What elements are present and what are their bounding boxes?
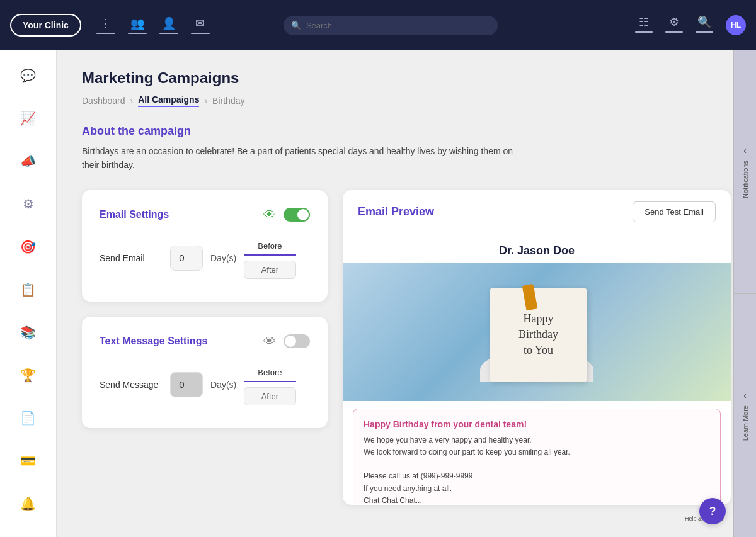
breadcrumb-birthday[interactable]: Birthday [212, 96, 244, 106]
email-preview-panel: Email Preview Send Test Email Dr. Jason … [343, 190, 731, 505]
breadcrumb-dashboard[interactable]: Dashboard [82, 96, 125, 106]
search-right-icon[interactable]: 🔍 [696, 15, 713, 35]
email-settings-title: Email Settings [100, 209, 169, 220]
message-line-5: If you need anything at all. [364, 484, 452, 493]
email-toggle[interactable] [284, 208, 310, 222]
text-toggle[interactable] [284, 334, 310, 348]
email-before-button[interactable]: Before [244, 237, 295, 256]
list-icon[interactable]: ☷ [635, 15, 653, 35]
sidebar-icon-chart[interactable]: 📈 [16, 106, 41, 131]
sidebar-icon-trophy[interactable]: 🏆 [16, 363, 41, 388]
search-icon: 🔍 [291, 21, 301, 30]
sidebar-icon-target[interactable]: 🎯 [16, 234, 41, 259]
right-nav-icons: ☷ ⚙ 🔍 HL [635, 15, 746, 35]
sidebar-icon-credit[interactable]: 💳 [16, 448, 41, 473]
sidebar-icon-megaphone[interactable]: 📣 [16, 149, 41, 174]
email-days-label: Day(s) [210, 253, 236, 263]
text-after-button[interactable]: After [244, 387, 295, 405]
preview-message-body: We hope you have a very happy and health… [364, 434, 710, 505]
sidebar-icon-facebook[interactable]: 📚 [16, 320, 41, 345]
send-test-email-button[interactable]: Send Test Email [633, 201, 716, 222]
text-visibility-icon[interactable]: 👁 [263, 334, 276, 349]
email-settings-header: Email Settings 👁 [100, 208, 310, 222]
sidebar: 💬 📈 📣 ⚙ 🎯 📋 📚 🏆 📄 💳 🔔 [0, 50, 57, 537]
sidebar-icon-card[interactable]: 📄 [16, 405, 41, 431]
learn-more-label: Learn More [742, 405, 749, 441]
gear-icon[interactable]: ⚙ [665, 15, 683, 35]
email-send-label: Send Email [100, 253, 163, 263]
message-line-1: We hope you have a very happy and health… [364, 436, 532, 444]
message-line-6: Chat Chat Chat... [364, 496, 422, 505]
nav-icon-grid[interactable]: ⋮ [96, 16, 115, 34]
campaign-section-title: About the campaign [82, 125, 731, 138]
text-toggle-knob [285, 336, 296, 347]
text-send-row: Send Message Day(s) Before After [100, 364, 310, 405]
page-title: Marketing Campaigns [82, 69, 731, 87]
notifications-panel[interactable]: ‹ Notifications [733, 50, 756, 293]
doctor-name: Dr. Jason Doe [343, 234, 731, 263]
text-send-label: Send Message [100, 380, 163, 390]
email-settings-icons: 👁 [263, 208, 310, 222]
nav-icon-mail[interactable]: ✉ [191, 16, 210, 34]
text-before-after: Before After [244, 364, 295, 405]
learn-more-chevron-icon: ‹ [743, 390, 747, 400]
breadcrumb: Dashboard › All Campaigns › Birthday [82, 94, 731, 107]
email-settings-card: Email Settings 👁 Send Email Day(s) [82, 190, 328, 302]
nav-icon-contact[interactable]: 👤 [159, 16, 178, 34]
email-send-row: Send Email Day(s) Before After [100, 237, 310, 279]
layout: 💬 📈 📣 ⚙ 🎯 📋 📚 🏆 📄 💳 🔔 Marketing Campaign… [0, 50, 756, 537]
preview-title: Email Preview [358, 205, 434, 218]
preview-header: Email Preview Send Test Email [343, 190, 731, 234]
sidebar-icon-clipboard[interactable]: 📋 [16, 277, 41, 302]
text-settings-icons: 👁 [263, 334, 310, 349]
email-day-input[interactable] [170, 246, 203, 271]
preview-message-title: Happy Birthday from your dental team! [364, 419, 710, 429]
preview-body: Dr. Jason Doe HappyBirthdayto You [343, 234, 731, 505]
text-settings-card: Text Message Settings 👁 Send Message Day… [82, 317, 328, 428]
main-content: Marketing Campaigns Dashboard › All Camp… [57, 50, 756, 537]
help-section: ? Help & Support [685, 513, 723, 522]
sidebar-icon-chat[interactable]: 💬 [16, 63, 41, 88]
notifications-label: Notifications [742, 161, 749, 198]
card-paper: HappyBirthdayto You [490, 288, 587, 382]
email-toggle-knob [297, 209, 309, 220]
learn-more-panel[interactable]: ‹ Learn More [733, 293, 756, 537]
nav-icon-users[interactable]: 👥 [128, 16, 147, 34]
left-column: Email Settings 👁 Send Email Day(s) [82, 190, 328, 505]
preview-message-box: Happy Birthday from your dental team! We… [353, 409, 721, 505]
sidebar-icon-settings[interactable]: ⚙ [16, 191, 41, 217]
birthday-card-visual: HappyBirthdayto You [480, 281, 593, 382]
nav-icon-group: ⋮ 👥 👤 ✉ [96, 16, 210, 34]
text-settings-header: Text Message Settings 👁 [100, 334, 310, 349]
search-input[interactable] [284, 16, 498, 35]
text-day-input[interactable] [170, 372, 203, 397]
breadcrumb-separator-1: › [130, 96, 134, 106]
text-before-button[interactable]: Before [244, 364, 295, 382]
message-line-2: We look forward to doing our part to kee… [364, 448, 570, 456]
notifications-chevron-icon: ‹ [743, 145, 747, 155]
clinic-button[interactable]: Your Clinic [10, 14, 81, 37]
email-visibility-icon[interactable]: 👁 [263, 208, 276, 222]
campaign-description: Birthdays are an occasion to celebrate! … [82, 144, 523, 172]
message-line-4: Please call us at (999)-999-9999 [364, 472, 472, 480]
text-days-label: Day(s) [210, 380, 236, 390]
side-panels: ‹ Notifications ‹ Learn More [733, 50, 756, 537]
top-navigation: Your Clinic ⋮ 👥 👤 ✉ 🔍 ☷ ⚙ [0, 0, 756, 50]
birthday-text: HappyBirthdayto You [518, 311, 558, 359]
breadcrumb-all-campaigns[interactable]: All Campaigns [138, 94, 199, 107]
sidebar-icon-bell[interactable]: 🔔 [16, 491, 41, 516]
text-settings-title: Text Message Settings [100, 336, 207, 347]
breadcrumb-separator-2: › [204, 96, 207, 106]
avatar[interactable]: HL [726, 15, 746, 35]
search-bar: 🔍 [284, 16, 498, 35]
email-before-after: Before After [244, 237, 295, 279]
help-button[interactable]: ? [699, 498, 726, 524]
birthday-image: HappyBirthdayto You [343, 263, 731, 401]
two-col-layout: Email Settings 👁 Send Email Day(s) [82, 190, 731, 505]
email-after-button[interactable]: After [244, 261, 295, 279]
